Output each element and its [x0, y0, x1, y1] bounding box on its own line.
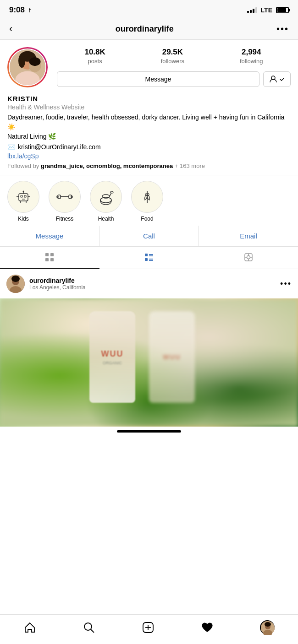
highlight-health[interactable]: Health	[90, 181, 122, 222]
view-toggle	[0, 247, 298, 269]
profile-bio: Daydreamer, foodie, traveler, health obs…	[7, 113, 291, 141]
profile-followed-by: Followed by grandma_juice, ocmomblog, mc…	[7, 162, 291, 169]
highlight-label-kids: Kids	[18, 216, 28, 222]
posts-count: 10.8K	[84, 48, 105, 57]
signal-bar-1	[247, 11, 249, 13]
grid-icon	[44, 252, 55, 262]
location-icon	[27, 7, 33, 13]
search-icon	[83, 621, 95, 634]
svg-point-15	[23, 191, 24, 192]
profile-top: 10.8K posts 29.5K followers 2,994 follow…	[7, 47, 291, 87]
person-icon	[269, 75, 277, 83]
avatar	[10, 49, 45, 85]
view-grid-button[interactable]	[0, 247, 99, 269]
view-tagged-button[interactable]	[199, 247, 298, 269]
signal-bar-4	[255, 7, 257, 13]
status-time: 9:08	[9, 5, 33, 15]
svg-rect-11	[21, 195, 22, 197]
profile-username-header: ourordinarylife	[116, 24, 174, 34]
svg-point-51	[84, 623, 92, 630]
action-buttons-top: Message	[57, 71, 291, 87]
post-preview: ourordinarylife Los Angeles, California …	[0, 269, 298, 427]
post-avatar	[6, 275, 25, 293]
bottle-label: WUU	[101, 349, 124, 359]
bio-section: KRISTIN Health & Wellness Website Daydre…	[0, 95, 298, 175]
profile-section: 10.8K posts 29.5K followers 2,994 follow…	[0, 40, 298, 87]
view-list-button[interactable]	[99, 247, 199, 269]
stats-row: 10.8K posts 29.5K followers 2,994 follow…	[57, 48, 291, 65]
stats-section: 10.8K posts 29.5K followers 2,994 follow…	[57, 48, 291, 87]
product-bottle-2: WUU	[149, 311, 195, 403]
svg-rect-31	[45, 253, 49, 256]
svg-rect-38	[145, 258, 148, 261]
nav-profile-avatar	[260, 620, 275, 635]
app-header: ‹ ourordinarylife •••	[0, 18, 298, 40]
following-label: following	[240, 58, 263, 65]
highlight-fitness[interactable]: Fitness	[49, 181, 81, 222]
tagged-icon	[243, 252, 254, 262]
nav-avatar-image	[261, 621, 275, 635]
highlight-label-food: Food	[141, 216, 153, 222]
status-right: LTE	[247, 6, 289, 14]
avatar-inner	[9, 49, 46, 86]
posts-stat[interactable]: 10.8K posts	[84, 48, 105, 65]
more-options-button[interactable]: •••	[276, 24, 289, 34]
profile-category: Health & Wellness Website	[7, 103, 291, 111]
health-icon	[96, 187, 116, 206]
signal-bar-2	[250, 10, 252, 13]
svg-rect-34	[50, 258, 54, 261]
nav-home[interactable]	[23, 621, 36, 634]
product-bottle: WUU ORGANIC	[89, 311, 135, 403]
signal-bars	[247, 7, 257, 13]
bottom-nav	[0, 614, 298, 644]
battery-icon	[276, 7, 289, 13]
highlights-section: Kids Fitness	[0, 175, 298, 226]
highlight-label-health: Health	[98, 216, 114, 222]
svg-point-26	[102, 195, 110, 198]
checkmark-icon	[279, 76, 285, 82]
svg-point-8	[29, 57, 41, 66]
post-avatar-image	[6, 275, 25, 293]
followers-count: 29.5K	[161, 48, 184, 57]
nav-add[interactable]	[142, 621, 155, 634]
post-image: WUU ORGANIC WUU	[0, 298, 298, 427]
highlights-scroll: Kids Fitness	[0, 181, 298, 222]
following-stat[interactable]: 2,994 following	[240, 48, 263, 65]
svg-rect-32	[50, 253, 54, 256]
nav-search[interactable]	[83, 621, 95, 634]
highlight-circle-fitness	[49, 181, 81, 213]
food-icon	[138, 187, 157, 206]
nav-profile[interactable]	[260, 620, 275, 635]
post-more-button[interactable]: •••	[280, 279, 292, 289]
highlight-kids[interactable]: Kids	[7, 181, 39, 222]
signal-bar-3	[253, 9, 254, 13]
action-email[interactable]: Email	[199, 226, 298, 246]
back-button[interactable]: ‹	[9, 23, 12, 35]
follow-button[interactable]	[263, 71, 291, 87]
followed-by-more[interactable]: + 163 more	[175, 162, 205, 169]
avatar-wrapper[interactable]	[7, 47, 48, 87]
lte-label: LTE	[261, 6, 272, 14]
post-username[interactable]: ourordinarylife	[29, 277, 86, 284]
svg-line-52	[91, 629, 94, 633]
svg-point-50	[11, 276, 20, 282]
message-button-top[interactable]: Message	[57, 71, 259, 87]
svg-point-5	[18, 54, 25, 68]
followers-stat[interactable]: 29.5K followers	[161, 48, 184, 65]
nav-heart[interactable]	[201, 621, 214, 634]
action-message[interactable]: Message	[0, 226, 99, 246]
followed-by-users[interactable]: grandma_juice, ocmomblog, mcontemporanea	[41, 162, 173, 169]
battery-fill	[277, 8, 286, 12]
highlight-food[interactable]: Food	[131, 181, 163, 222]
profile-link[interactable]: lbx.la/cgSp	[7, 152, 291, 160]
action-call[interactable]: Call	[99, 226, 199, 246]
post-header: ourordinarylife Los Angeles, California …	[0, 269, 298, 298]
email-text: kristin@OurOrdinaryLife.com	[18, 143, 101, 151]
fitness-icon	[55, 187, 74, 206]
following-count: 2,994	[240, 48, 263, 57]
svg-point-28	[110, 191, 113, 193]
action-bar: Message Call Email	[0, 226, 298, 247]
followed-by-label: Followed by	[7, 162, 41, 169]
status-bar: 9:08 LTE	[0, 0, 298, 18]
email-icon: ✉️	[7, 143, 15, 151]
